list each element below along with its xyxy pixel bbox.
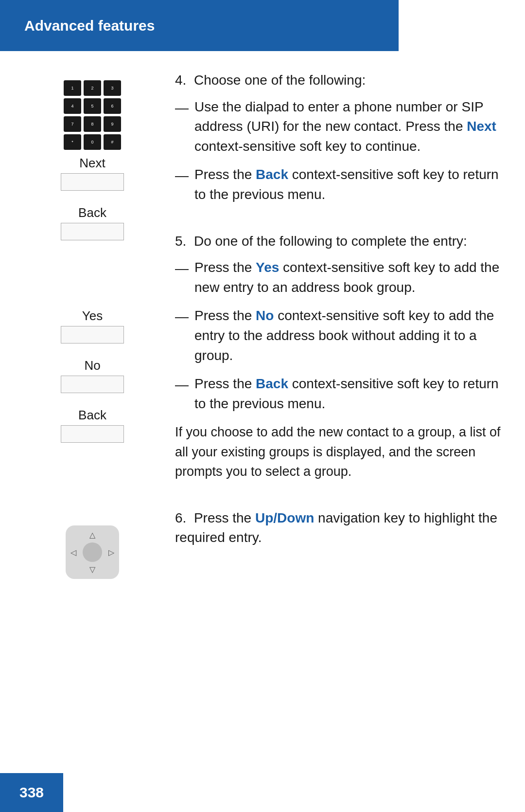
- page-footer: 338: [0, 773, 63, 812]
- step-4-bullet-2: — Press the Back context-sensitive soft …: [175, 165, 501, 204]
- nav-up-arrow: △: [89, 530, 95, 540]
- page-title: Advanced features: [24, 18, 155, 34]
- step-5-bullet-2: — Press the No context-sensitive soft ke…: [175, 306, 501, 365]
- nav-right-arrow: ▷: [108, 548, 114, 557]
- dialpad-icon: 1 2 3 4 5 6 7 8 9 * 0 #: [64, 80, 121, 150]
- step-5-bullet-3: — Press the Back context-sensitive soft …: [175, 374, 501, 414]
- navigation-key-icon: △ ▽ ◁ ▷: [66, 525, 119, 579]
- step-5-bullet-1: — Press the Yes context-sensitive soft k…: [175, 258, 501, 297]
- no-key-label: No: [84, 358, 100, 373]
- back-keyword-step5: Back: [256, 376, 288, 391]
- back-keyword-step4: Back: [256, 167, 288, 182]
- step-4-bullet-1: — Use the dialpad to enter a phone numbe…: [175, 97, 501, 157]
- back-key-label-step5: Back: [78, 408, 106, 423]
- step-5-note: If you choose to add the new contact to …: [175, 422, 501, 482]
- no-keyword: No: [256, 308, 274, 323]
- yes-key-label: Yes: [82, 308, 103, 324]
- yes-keyword: Yes: [256, 260, 279, 275]
- back-soft-key-step5: [61, 425, 124, 443]
- step-5-block: 5. Do one of the following to complete t…: [175, 232, 501, 482]
- step-6-intro: 6. Press the Up/Down navigation key to h…: [175, 508, 501, 548]
- page-header: Advanced features: [0, 0, 399, 51]
- back-soft-key-step4: [61, 223, 124, 240]
- nav-left-arrow: ◁: [70, 548, 76, 557]
- left-column: 1 2 3 4 5 6 7 8 9 * 0 # Next Back Yes No: [24, 71, 160, 589]
- step-5-intro: 5. Do one of the following to complete t…: [175, 232, 501, 252]
- page-number: 338: [19, 784, 44, 801]
- back-key-label-step4: Back: [78, 205, 106, 220]
- right-column: 4. Choose one of the following: — Use th…: [160, 71, 501, 589]
- next-soft-key: [61, 173, 124, 191]
- next-key-label: Next: [79, 156, 105, 171]
- step-6-block: 6. Press the Up/Down navigation key to h…: [175, 508, 501, 548]
- nav-center-button: [83, 542, 102, 562]
- no-soft-key: [61, 376, 124, 393]
- step-4-intro: 4. Choose one of the following:: [175, 71, 501, 90]
- updown-keyword: Up/Down: [255, 510, 314, 525]
- next-keyword: Next: [467, 119, 496, 134]
- step-4-block: 4. Choose one of the following: — Use th…: [175, 71, 501, 205]
- yes-soft-key: [61, 326, 124, 343]
- nav-down-arrow: ▽: [89, 565, 95, 574]
